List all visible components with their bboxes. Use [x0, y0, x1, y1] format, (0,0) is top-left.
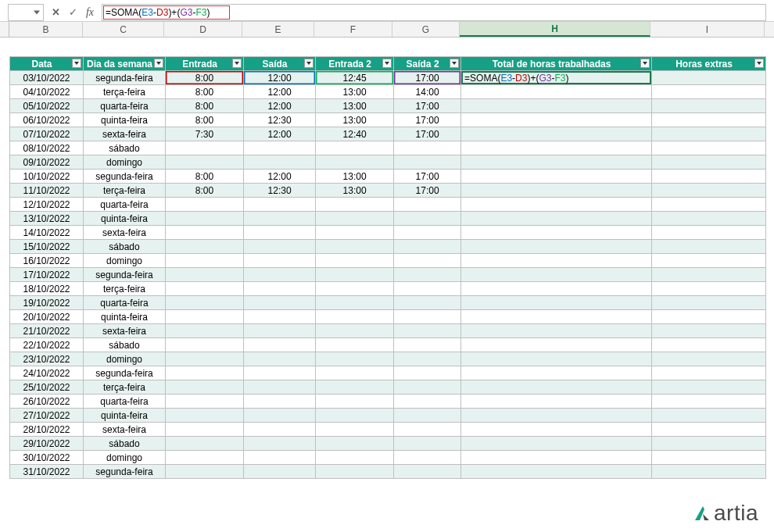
- cell-dia[interactable]: segunda-feira: [84, 465, 166, 479]
- cell-saida2[interactable]: [394, 395, 461, 409]
- cell-extras[interactable]: [652, 85, 766, 99]
- cell-saida2[interactable]: [394, 380, 461, 395]
- col-header-B[interactable]: B: [9, 22, 83, 37]
- cell-saida[interactable]: [244, 423, 316, 437]
- cell-data[interactable]: 16/10/2022: [10, 254, 84, 268]
- cell-entrada2[interactable]: [316, 451, 394, 465]
- cell-total[interactable]: [461, 437, 652, 451]
- cell-data[interactable]: 19/10/2022: [10, 296, 84, 310]
- cell-data[interactable]: 06/10/2022: [10, 113, 84, 127]
- cell-dia[interactable]: sexta-feira: [84, 127, 166, 141]
- cell-saida[interactable]: [244, 409, 316, 423]
- cell-entrada[interactable]: [166, 380, 244, 395]
- cell-entrada2[interactable]: 13:00: [316, 113, 394, 127]
- cell-total[interactable]: [461, 127, 652, 141]
- cell-total[interactable]: [461, 184, 652, 198]
- cell-entrada[interactable]: [166, 465, 244, 479]
- cell-saida2[interactable]: 17:00: [394, 127, 461, 141]
- cell-saida[interactable]: [244, 380, 316, 395]
- cell-total[interactable]: [461, 310, 652, 324]
- cell-extras[interactable]: [652, 296, 766, 310]
- th-entrada2[interactable]: Entrada 2: [316, 57, 394, 71]
- cell-total[interactable]: [461, 170, 652, 184]
- cell-data[interactable]: 15/10/2022: [10, 240, 84, 254]
- th-data[interactable]: Data: [10, 57, 84, 71]
- cell-saida2[interactable]: [394, 437, 461, 451]
- cell-entrada2[interactable]: [316, 465, 394, 479]
- cell-dia[interactable]: segunda-feira: [84, 170, 166, 184]
- cell-saida[interactable]: [244, 212, 316, 226]
- cell-entrada2[interactable]: [316, 352, 394, 366]
- cell-dia[interactable]: domingo: [84, 451, 166, 465]
- cell-entrada2[interactable]: [316, 296, 394, 310]
- cell-entrada[interactable]: [166, 451, 244, 465]
- cell-dia[interactable]: domingo: [84, 155, 166, 170]
- cell-entrada[interactable]: 8:00: [166, 85, 244, 99]
- cell-saida2[interactable]: 17:00: [394, 113, 461, 127]
- cell-entrada2[interactable]: 13:00: [316, 170, 394, 184]
- cell-saida[interactable]: 12:30: [244, 113, 316, 127]
- cell-saida[interactable]: 12:30: [244, 184, 316, 198]
- filter-icon[interactable]: [304, 59, 314, 68]
- cell-saida[interactable]: [244, 240, 316, 254]
- cell-entrada2[interactable]: [316, 240, 394, 254]
- name-box[interactable]: [8, 4, 44, 21]
- cell-dia[interactable]: quinta-feira: [84, 113, 166, 127]
- col-header-H[interactable]: H: [460, 22, 650, 37]
- cell-dia[interactable]: segunda-feira: [84, 268, 166, 282]
- cell-total[interactable]: [461, 338, 652, 352]
- cell-saida[interactable]: [244, 352, 316, 366]
- cell-saida2[interactable]: 17:00: [394, 184, 461, 198]
- cell-entrada[interactable]: 8:00: [166, 113, 244, 127]
- cell-entrada[interactable]: [166, 296, 244, 310]
- cell-dia[interactable]: terça-feira: [84, 85, 166, 99]
- cell-saida[interactable]: [244, 282, 316, 296]
- cell-extras[interactable]: [652, 395, 766, 409]
- filter-icon[interactable]: [154, 59, 163, 68]
- cell-saida2[interactable]: 17:00: [394, 99, 461, 113]
- cell-entrada2[interactable]: [316, 423, 394, 437]
- cell-total[interactable]: [461, 409, 652, 423]
- cell-dia[interactable]: domingo: [84, 254, 166, 268]
- cell-entrada[interactable]: [166, 409, 244, 423]
- cell-saida[interactable]: 12:00: [244, 71, 316, 85]
- cell-data[interactable]: 31/10/2022: [10, 465, 84, 479]
- filter-icon[interactable]: [232, 59, 242, 68]
- cell-saida2[interactable]: [394, 212, 461, 226]
- cell-saida[interactable]: [244, 395, 316, 409]
- cell-saida[interactable]: [244, 451, 316, 465]
- cell-saida2[interactable]: [394, 141, 461, 155]
- cell-data[interactable]: 29/10/2022: [10, 437, 84, 451]
- cell-saida2[interactable]: [394, 310, 461, 324]
- cell-entrada[interactable]: [166, 338, 244, 352]
- cell-total[interactable]: [461, 282, 652, 296]
- cell-saida[interactable]: [244, 155, 316, 170]
- th-dia[interactable]: Dia da semana: [84, 57, 166, 71]
- cell-saida[interactable]: [244, 465, 316, 479]
- filter-icon[interactable]: [640, 59, 650, 68]
- cell-data[interactable]: 28/10/2022: [10, 423, 84, 437]
- cell-total[interactable]: [461, 99, 652, 113]
- cell-data[interactable]: 04/10/2022: [10, 85, 84, 99]
- cell-saida2[interactable]: [394, 268, 461, 282]
- formula-input[interactable]: =SOMA(E3-D3)+(G3-F3): [102, 4, 766, 21]
- cell-data[interactable]: 07/10/2022: [10, 127, 84, 141]
- col-header-E[interactable]: E: [242, 22, 314, 37]
- cell-extras[interactable]: [652, 113, 766, 127]
- cell-extras[interactable]: [652, 141, 766, 155]
- cell-entrada2[interactable]: 13:00: [316, 184, 394, 198]
- cell-saida[interactable]: [244, 198, 316, 212]
- fx-icon[interactable]: fx: [81, 4, 99, 21]
- cell-extras[interactable]: [652, 282, 766, 296]
- cell-data[interactable]: 25/10/2022: [10, 380, 84, 395]
- cell-entrada2[interactable]: [316, 324, 394, 338]
- cell-saida[interactable]: [244, 254, 316, 268]
- cell-saida[interactable]: [244, 366, 316, 380]
- cell-saida[interactable]: [244, 226, 316, 240]
- cell-entrada2[interactable]: [316, 141, 394, 155]
- select-all-corner[interactable]: [0, 22, 9, 37]
- cell-entrada2[interactable]: 12:40: [316, 127, 394, 141]
- cell-data[interactable]: 23/10/2022: [10, 352, 84, 366]
- cell-extras[interactable]: [652, 254, 766, 268]
- th-total[interactable]: Total de horas trabalhadas: [461, 57, 652, 71]
